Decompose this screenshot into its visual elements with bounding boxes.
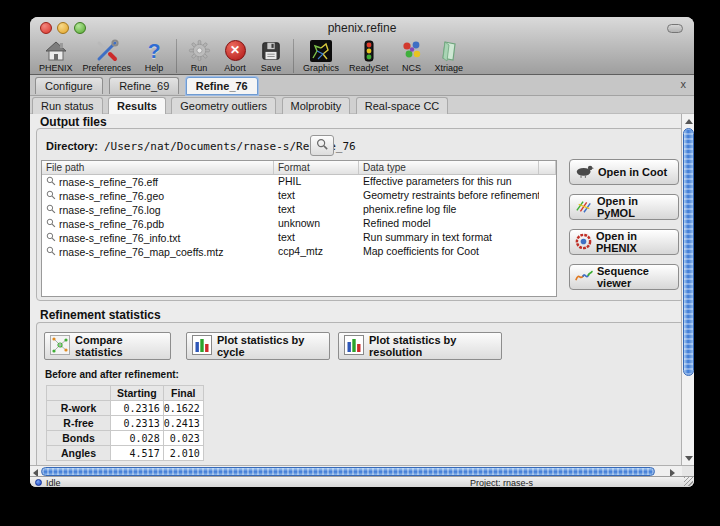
graphics-button[interactable]: Graphics bbox=[298, 38, 344, 73]
stats-header-row: Starting Final bbox=[47, 386, 204, 401]
file-data-type: Effective parameters for this run bbox=[359, 175, 539, 189]
title-bar: phenix.refine PHENIX Preferences ? Help bbox=[30, 17, 694, 75]
horizontal-scrollbar[interactable] bbox=[30, 465, 682, 476]
file-data-type: phenix.refine log file bbox=[359, 203, 539, 217]
refinement-statistics-panel: Compare statistics Plot statistics by cy… bbox=[36, 322, 684, 465]
magnifier-icon bbox=[46, 204, 56, 217]
tab-geometry-outliers[interactable]: Geometry outliers bbox=[171, 97, 276, 114]
status-bar: Idle Project: rnase-s bbox=[30, 476, 694, 487]
open-in-pymol-button[interactable]: Open in PyMOL bbox=[569, 194, 679, 220]
stats-row: Bonds 0.028 0.023 bbox=[47, 431, 204, 446]
toolbar-item-label: Save bbox=[261, 63, 282, 73]
file-format: PHIL bbox=[274, 175, 359, 189]
toolbar-item-label: ReadySet bbox=[349, 63, 389, 73]
browse-directory-button[interactable] bbox=[310, 135, 334, 156]
file-path: rnase-s_refine_76_info.txt bbox=[59, 232, 180, 245]
plot-statistics-by-resolution-button[interactable]: Plot statistics by resolution bbox=[338, 332, 502, 360]
main-tab-bar: Configure Refine_69 Refine_76 x bbox=[30, 75, 694, 96]
tab-close-icon[interactable]: x bbox=[681, 78, 687, 90]
file-row[interactable]: rnase-s_refine_76.geo text Geometry rest… bbox=[42, 189, 556, 203]
file-row[interactable]: rnase-s_refine_76.eff PHIL Effective par… bbox=[42, 175, 556, 189]
tab-results[interactable]: Results bbox=[108, 97, 166, 114]
side-button-label: Open in PyMOL bbox=[597, 195, 678, 219]
column-header-file-path[interactable]: File path bbox=[42, 161, 274, 174]
file-path: rnase-s_refine_76.eff bbox=[59, 176, 158, 189]
output-files-table: File path Format Data type rnase-s_refin… bbox=[41, 160, 557, 297]
horizontal-scrollbar-thumb[interactable] bbox=[41, 467, 655, 476]
side-button-label: Open in Coot bbox=[598, 166, 667, 178]
file-row[interactable]: rnase-s_refine_76.log text phenix.refine… bbox=[42, 203, 556, 217]
tab-refine-76[interactable]: Refine_76 bbox=[186, 77, 258, 95]
abort-x-icon: ✕ bbox=[222, 38, 248, 63]
plot-statistics-by-cycle-button[interactable]: Plot statistics by cycle bbox=[186, 332, 330, 360]
house-icon bbox=[43, 38, 69, 63]
magnifier-icon bbox=[46, 190, 56, 203]
ncs-button[interactable]: NCS bbox=[394, 38, 430, 73]
stats-col-starting: Starting bbox=[111, 386, 164, 401]
compare-statistics-button[interactable]: Compare statistics bbox=[44, 332, 171, 360]
help-button[interactable]: ? Help bbox=[136, 38, 172, 73]
column-header-format[interactable]: Format bbox=[274, 161, 359, 174]
toolbar-item-label: Graphics bbox=[303, 63, 339, 73]
abort-button[interactable]: ✕ Abort bbox=[217, 38, 253, 73]
file-format: ccp4_mtz bbox=[274, 245, 359, 259]
project-label: Project: rnase-s bbox=[470, 478, 533, 487]
file-path: rnase-s_refine_76_map_coeffs.mtz bbox=[59, 246, 223, 259]
toolbar-toggle-button[interactable] bbox=[667, 24, 683, 33]
results-pane: Output files Directory: /Users/nat/Docum… bbox=[30, 114, 694, 465]
stats-final-value: 2.010 bbox=[163, 446, 203, 461]
bar-chart-icon bbox=[192, 335, 212, 357]
molecule-graphics-icon bbox=[308, 38, 334, 63]
toolbar-item-label: Preferences bbox=[83, 63, 132, 73]
toolbar-separator bbox=[293, 39, 294, 73]
tab-molprobity[interactable]: Molprobity bbox=[282, 97, 351, 114]
scrollbar-corner bbox=[682, 465, 694, 476]
tab-real-space-cc[interactable]: Real-space CC bbox=[356, 97, 449, 114]
pymol-icon bbox=[575, 198, 593, 216]
vertical-scrollbar-thumb[interactable] bbox=[683, 128, 694, 376]
stats-row: R-free 0.2313 0.2413 bbox=[47, 416, 204, 431]
column-header-data-type[interactable]: Data type bbox=[359, 161, 539, 174]
preferences-button[interactable]: Preferences bbox=[78, 38, 137, 73]
crystal-icon bbox=[436, 38, 462, 63]
directory-label: Directory: bbox=[46, 140, 98, 152]
stats-final-value: 0.023 bbox=[163, 431, 203, 446]
file-format: unknown bbox=[274, 217, 359, 231]
stats-final-value: 0.1622 bbox=[163, 401, 203, 416]
magnifier-icon bbox=[46, 232, 56, 245]
file-row[interactable]: rnase-s_refine_76_info.txt text Run summ… bbox=[42, 231, 556, 245]
tab-refine-69[interactable]: Refine_69 bbox=[109, 77, 179, 94]
sequence-viewer-button[interactable]: Sequence viewer bbox=[569, 264, 679, 290]
side-button-label: Sequence viewer bbox=[597, 265, 678, 289]
toolbar-item-label: NCS bbox=[402, 63, 421, 73]
stats-row: Angles 4.517 2.010 bbox=[47, 446, 204, 461]
vertical-scrollbar[interactable] bbox=[681, 114, 694, 465]
before-after-caption: Before and after refinement: bbox=[45, 369, 179, 380]
stats-row: R-work 0.2316 0.1622 bbox=[47, 401, 204, 416]
tab-run-status[interactable]: Run status bbox=[32, 97, 103, 114]
sub-tab-bar: Run status Results Geometry outliers Mol… bbox=[30, 96, 694, 114]
open-in-coot-button[interactable]: Open in Coot bbox=[569, 159, 679, 185]
readyset-button[interactable]: ReadySet bbox=[344, 38, 394, 73]
run-button[interactable]: Run bbox=[181, 38, 217, 73]
stats-starting-value: 0.2313 bbox=[111, 416, 164, 431]
resize-grip[interactable] bbox=[684, 477, 693, 486]
file-format: text bbox=[274, 203, 359, 217]
scroll-up-icon[interactable] bbox=[685, 119, 693, 124]
stats-row-label: R-free bbox=[47, 416, 111, 431]
scroll-down-icon[interactable] bbox=[685, 456, 693, 461]
table-header-row: File path Format Data type bbox=[42, 161, 556, 175]
file-row[interactable]: rnase-s_refine_76.pdb unknown Refined mo… bbox=[42, 217, 556, 231]
side-button-label: Open in PHENIX bbox=[596, 230, 678, 254]
file-row[interactable]: rnase-s_refine_76_map_coeffs.mtz ccp4_mt… bbox=[42, 245, 556, 259]
phenix-home-button[interactable]: PHENIX bbox=[34, 38, 78, 73]
xtriage-button[interactable]: Xtriage bbox=[430, 38, 469, 73]
file-data-type: Refined model bbox=[359, 217, 539, 231]
save-button[interactable]: Save bbox=[253, 38, 289, 73]
magnifier-icon bbox=[46, 218, 56, 231]
scatter-plot-icon bbox=[50, 335, 70, 357]
toolbar-item-label: Run bbox=[191, 63, 208, 73]
file-data-type: Geometry restraints before refinement bbox=[359, 189, 539, 203]
open-in-phenix-button[interactable]: Open in PHENIX bbox=[569, 229, 679, 255]
tab-configure[interactable]: Configure bbox=[35, 77, 103, 94]
